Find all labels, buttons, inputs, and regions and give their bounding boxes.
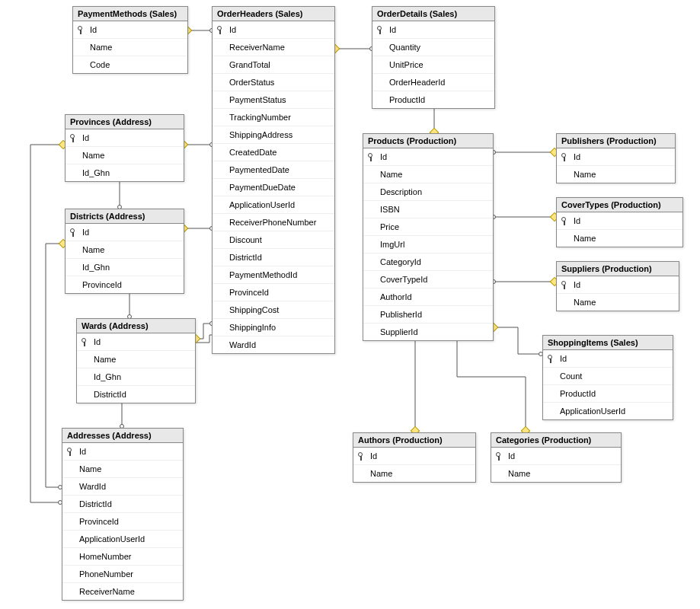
entity-title[interactable]: Addresses (Address) (62, 429, 183, 443)
column-row[interactable]: CategoryId (363, 253, 493, 271)
entity-title[interactable]: PaymentMethods (Sales) (73, 7, 187, 21)
column-row[interactable]: Name (66, 241, 184, 259)
column-row[interactable]: ISBN (363, 201, 493, 218)
column-row[interactable]: Price (363, 218, 493, 236)
entity-paymentMethods[interactable]: PaymentMethods (Sales)IdNameCode (72, 6, 188, 74)
column-row[interactable]: ReceiverPhoneNumber (213, 214, 334, 231)
column-row[interactable]: WardId (62, 478, 183, 496)
column-row[interactable]: PublisherId (363, 306, 493, 324)
column-row[interactable]: ProductId (372, 91, 494, 108)
column-row[interactable]: Name (62, 461, 183, 478)
entity-title[interactable]: ShoppingItems (Sales) (543, 336, 673, 350)
column-row[interactable]: Name (557, 230, 682, 247)
column-row[interactable]: GrandTotal (213, 56, 334, 74)
column-row[interactable]: Id (77, 333, 195, 351)
column-row[interactable]: Quantity (372, 39, 494, 56)
column-row[interactable]: ImgUrl (363, 236, 493, 253)
entity-title[interactable]: OrderDetails (Sales) (372, 7, 494, 21)
column-row[interactable]: Id (66, 224, 184, 241)
column-row[interactable]: CreatedDate (213, 144, 334, 161)
entity-suppliers[interactable]: Suppliers (Production)IdName (556, 261, 679, 311)
column-row[interactable]: PaymentedDate (213, 161, 334, 179)
column-row[interactable]: ReceiverName (213, 39, 334, 56)
column-row[interactable]: WardId (213, 336, 334, 353)
column-row[interactable]: UnitPrice (372, 56, 494, 74)
column-row[interactable]: Id (363, 148, 493, 166)
column-row[interactable]: Discount (213, 231, 334, 249)
column-row[interactable]: ProvinceId (66, 276, 184, 293)
entity-title[interactable]: Authors (Production) (353, 433, 475, 448)
column-row[interactable]: ShippingInfo (213, 319, 334, 336)
column-row[interactable]: Id (491, 448, 621, 465)
entity-products[interactable]: Products (Production)IdNameDescriptionIS… (363, 133, 494, 341)
column-row[interactable]: ReceiverName (62, 583, 183, 600)
column-row[interactable]: ProductId (543, 385, 673, 403)
column-row[interactable]: Id_Ghn (66, 259, 184, 276)
entity-publishers[interactable]: Publishers (Production)IdName (556, 133, 676, 183)
column-row[interactable]: Id_Ghn (66, 164, 184, 181)
entity-title[interactable]: CoverTypes (Production) (557, 198, 682, 212)
column-row[interactable]: DistrictId (62, 496, 183, 513)
column-row[interactable]: Id_Ghn (77, 368, 195, 386)
entity-coverTypes[interactable]: CoverTypes (Production)IdName (556, 197, 683, 247)
column-row[interactable]: ApplicationUserId (62, 531, 183, 548)
column-row[interactable]: Id (73, 21, 187, 39)
column-row[interactable]: Code (73, 56, 187, 73)
column-row[interactable]: ShippingAddress (213, 126, 334, 144)
entity-orderDetails[interactable]: OrderDetails (Sales)IdQuantityUnitPriceO… (372, 6, 495, 109)
entity-orderHeaders[interactable]: OrderHeaders (Sales)IdReceiverNameGrandT… (212, 6, 335, 354)
entity-title[interactable]: Districts (Address) (66, 209, 184, 224)
column-row[interactable]: Id (62, 443, 183, 461)
entity-wards[interactable]: Wards (Address)IdNameId_GhnDistrictId (76, 318, 196, 403)
entity-districts[interactable]: Districts (Address)IdNameId_GhnProvinceI… (65, 209, 184, 294)
column-row[interactable]: PaymentMethodId (213, 266, 334, 284)
column-row[interactable]: Name (491, 465, 621, 482)
entity-title[interactable]: Wards (Address) (77, 319, 195, 333)
column-row[interactable]: ApplicationUserId (543, 403, 673, 419)
column-row[interactable]: PhoneNumber (62, 566, 183, 583)
column-row[interactable]: PaymentStatus (213, 91, 334, 109)
column-row[interactable]: CoverTypeId (363, 271, 493, 289)
entity-title[interactable]: Products (Production) (363, 134, 493, 148)
entity-title[interactable]: Provinces (Address) (66, 115, 184, 129)
column-row[interactable]: TrackingNumber (213, 109, 334, 126)
column-row[interactable]: AuthorId (363, 289, 493, 306)
erd-canvas[interactable]: PaymentMethods (Sales)IdNameCodeOrderHea… (0, 0, 700, 609)
entity-title[interactable]: Publishers (Production) (557, 134, 675, 148)
column-row[interactable]: Name (73, 39, 187, 56)
column-row[interactable]: Count (543, 368, 673, 385)
column-row[interactable]: HomeNumber (62, 548, 183, 566)
column-row[interactable]: ProvinceId (62, 513, 183, 531)
column-row[interactable]: Id (372, 21, 494, 39)
column-row[interactable]: OrderStatus (213, 74, 334, 91)
column-row[interactable]: PaymentDueDate (213, 179, 334, 196)
column-row[interactable]: Name (363, 166, 493, 183)
column-row[interactable]: Id (543, 350, 673, 368)
column-row[interactable]: Id (557, 148, 675, 166)
column-row[interactable]: Name (77, 351, 195, 368)
entity-title[interactable]: Categories (Production) (491, 433, 621, 448)
column-row[interactable]: Id (557, 276, 679, 294)
entity-title[interactable]: OrderHeaders (Sales) (213, 7, 334, 21)
column-row[interactable]: DistrictId (213, 249, 334, 266)
column-row[interactable]: Name (557, 166, 675, 183)
column-row[interactable]: Id (66, 129, 184, 147)
entity-provinces[interactable]: Provinces (Address)IdNameId_Ghn (65, 114, 184, 182)
entity-shoppingItems[interactable]: ShoppingItems (Sales)IdCountProductIdApp… (542, 335, 673, 420)
column-row[interactable]: OrderHeaderId (372, 74, 494, 91)
column-row[interactable]: Name (66, 147, 184, 164)
column-row[interactable]: Id (557, 212, 682, 230)
entity-authors[interactable]: Authors (Production)IdName (353, 432, 476, 483)
column-row[interactable]: Id (353, 448, 475, 465)
entity-addresses[interactable]: Addresses (Address)IdNameWardIdDistrictI… (62, 428, 184, 601)
entity-title[interactable]: Suppliers (Production) (557, 262, 679, 276)
entity-categories[interactable]: Categories (Production)IdName (491, 432, 622, 483)
column-row[interactable]: Id (213, 21, 334, 39)
column-row[interactable]: Name (353, 465, 475, 482)
column-row[interactable]: ApplicationUserId (213, 196, 334, 214)
column-row[interactable]: ProvinceId (213, 284, 334, 301)
column-row[interactable]: ShippingCost (213, 301, 334, 319)
column-row[interactable]: SupplierId (363, 324, 493, 340)
column-row[interactable]: Name (557, 294, 679, 311)
column-row[interactable]: DistrictId (77, 386, 195, 403)
